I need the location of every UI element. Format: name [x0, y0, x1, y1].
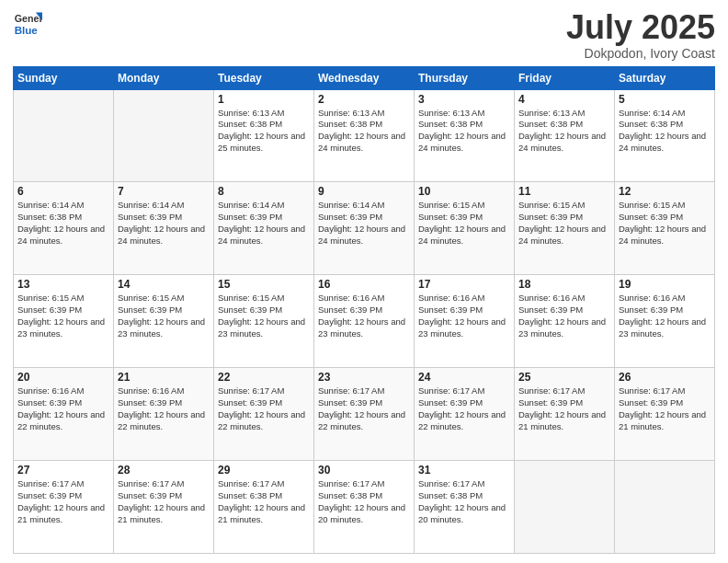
calendar-cell: 7Sunrise: 6:14 AM Sunset: 6:39 PM Daylig…: [114, 182, 214, 275]
day-number: 5: [619, 93, 711, 106]
day-number: 20: [17, 371, 109, 384]
calendar-cell: 22Sunrise: 6:17 AM Sunset: 6:39 PM Dayli…: [214, 368, 314, 461]
calendar-cell: 15Sunrise: 6:15 AM Sunset: 6:39 PM Dayli…: [214, 275, 314, 368]
day-info: Sunrise: 6:15 AM Sunset: 6:39 PM Dayligh…: [118, 293, 210, 339]
weekday-header-monday: Monday: [114, 66, 214, 89]
day-number: 22: [218, 371, 310, 384]
calendar-cell: 1Sunrise: 6:13 AM Sunset: 6:38 PM Daylig…: [214, 89, 314, 182]
title-location: Dokpodon, Ivory Coast: [566, 46, 715, 61]
header: General Blue July 2025 Dokpodon, Ivory C…: [13, 9, 715, 61]
logo-icon: General Blue: [13, 9, 42, 39]
day-number: 3: [418, 93, 510, 106]
calendar-cell: 27Sunrise: 6:17 AM Sunset: 6:39 PM Dayli…: [14, 461, 114, 554]
day-number: 11: [518, 185, 610, 198]
day-info: Sunrise: 6:17 AM Sunset: 6:39 PM Dayligh…: [518, 385, 610, 432]
calendar-cell: 14Sunrise: 6:15 AM Sunset: 6:39 PM Dayli…: [114, 275, 214, 368]
calendar-cell: 16Sunrise: 6:16 AM Sunset: 6:39 PM Dayli…: [314, 275, 415, 368]
calendar-cell: 3Sunrise: 6:13 AM Sunset: 6:38 PM Daylig…: [415, 89, 515, 182]
day-info: Sunrise: 6:16 AM Sunset: 6:39 PM Dayligh…: [418, 293, 510, 339]
day-info: Sunrise: 6:15 AM Sunset: 6:39 PM Dayligh…: [17, 293, 109, 339]
day-info: Sunrise: 6:16 AM Sunset: 6:39 PM Dayligh…: [118, 385, 210, 432]
calendar-header-row: SundayMondayTuesdayWednesdayThursdayFrid…: [14, 66, 715, 89]
calendar-week-row: 27Sunrise: 6:17 AM Sunset: 6:39 PM Dayli…: [14, 461, 715, 554]
calendar-cell: 4Sunrise: 6:13 AM Sunset: 6:38 PM Daylig…: [515, 89, 615, 182]
day-info: Sunrise: 6:17 AM Sunset: 6:39 PM Dayligh…: [17, 478, 109, 525]
title-month: July 2025: [566, 9, 715, 46]
day-number: 17: [418, 278, 510, 291]
title-block: July 2025 Dokpodon, Ivory Coast: [566, 9, 715, 61]
day-info: Sunrise: 6:17 AM Sunset: 6:39 PM Dayligh…: [418, 385, 510, 432]
calendar-cell: 25Sunrise: 6:17 AM Sunset: 6:39 PM Dayli…: [515, 368, 615, 461]
day-info: Sunrise: 6:15 AM Sunset: 6:39 PM Dayligh…: [619, 200, 711, 247]
calendar-cell: 30Sunrise: 6:17 AM Sunset: 6:38 PM Dayli…: [314, 461, 415, 554]
day-info: Sunrise: 6:14 AM Sunset: 6:38 PM Dayligh…: [17, 200, 109, 247]
day-number: 29: [218, 464, 310, 477]
day-number: 24: [418, 371, 510, 384]
day-number: 21: [118, 371, 210, 384]
day-info: Sunrise: 6:15 AM Sunset: 6:39 PM Dayligh…: [518, 200, 610, 247]
day-number: 16: [318, 278, 410, 291]
day-number: 28: [118, 464, 210, 477]
day-number: 19: [619, 278, 711, 291]
day-info: Sunrise: 6:13 AM Sunset: 6:38 PM Dayligh…: [218, 108, 310, 155]
calendar-cell: [515, 461, 615, 554]
day-info: Sunrise: 6:14 AM Sunset: 6:39 PM Dayligh…: [118, 200, 210, 247]
logo: General Blue: [13, 9, 45, 39]
svg-text:Blue: Blue: [15, 25, 39, 36]
day-info: Sunrise: 6:15 AM Sunset: 6:39 PM Dayligh…: [418, 200, 510, 247]
weekday-header-friday: Friday: [515, 66, 615, 89]
day-number: 12: [619, 185, 711, 198]
calendar-cell: 9Sunrise: 6:14 AM Sunset: 6:39 PM Daylig…: [314, 182, 415, 275]
day-info: Sunrise: 6:17 AM Sunset: 6:39 PM Dayligh…: [218, 385, 310, 432]
day-number: 7: [118, 185, 210, 198]
day-number: 18: [518, 278, 610, 291]
day-info: Sunrise: 6:17 AM Sunset: 6:39 PM Dayligh…: [118, 478, 210, 525]
day-number: 10: [418, 185, 510, 198]
calendar-cell: 17Sunrise: 6:16 AM Sunset: 6:39 PM Dayli…: [415, 275, 515, 368]
calendar-cell: 18Sunrise: 6:16 AM Sunset: 6:39 PM Dayli…: [515, 275, 615, 368]
calendar-cell: 29Sunrise: 6:17 AM Sunset: 6:38 PM Dayli…: [214, 461, 314, 554]
calendar-table: SundayMondayTuesdayWednesdayThursdayFrid…: [13, 66, 715, 554]
day-number: 23: [318, 371, 410, 384]
calendar-week-row: 1Sunrise: 6:13 AM Sunset: 6:38 PM Daylig…: [14, 89, 715, 182]
day-info: Sunrise: 6:13 AM Sunset: 6:38 PM Dayligh…: [518, 108, 610, 155]
day-info: Sunrise: 6:17 AM Sunset: 6:39 PM Dayligh…: [619, 385, 711, 432]
day-info: Sunrise: 6:17 AM Sunset: 6:39 PM Dayligh…: [318, 385, 410, 432]
calendar-cell: 20Sunrise: 6:16 AM Sunset: 6:39 PM Dayli…: [14, 368, 114, 461]
day-number: 14: [118, 278, 210, 291]
day-number: 15: [218, 278, 310, 291]
calendar-cell: 23Sunrise: 6:17 AM Sunset: 6:39 PM Dayli…: [314, 368, 415, 461]
calendar-week-row: 6Sunrise: 6:14 AM Sunset: 6:38 PM Daylig…: [14, 182, 715, 275]
calendar-cell: 11Sunrise: 6:15 AM Sunset: 6:39 PM Dayli…: [515, 182, 615, 275]
calendar-cell: 24Sunrise: 6:17 AM Sunset: 6:39 PM Dayli…: [415, 368, 515, 461]
calendar-cell: 10Sunrise: 6:15 AM Sunset: 6:39 PM Dayli…: [415, 182, 515, 275]
calendar-cell: 28Sunrise: 6:17 AM Sunset: 6:39 PM Dayli…: [114, 461, 214, 554]
calendar-cell: 26Sunrise: 6:17 AM Sunset: 6:39 PM Dayli…: [615, 368, 715, 461]
calendar-cell: [14, 89, 114, 182]
calendar-week-row: 20Sunrise: 6:16 AM Sunset: 6:39 PM Dayli…: [14, 368, 715, 461]
day-number: 2: [318, 93, 410, 106]
day-number: 30: [318, 464, 410, 477]
calendar-week-row: 13Sunrise: 6:15 AM Sunset: 6:39 PM Dayli…: [14, 275, 715, 368]
day-info: Sunrise: 6:15 AM Sunset: 6:39 PM Dayligh…: [218, 293, 310, 339]
day-info: Sunrise: 6:16 AM Sunset: 6:39 PM Dayligh…: [17, 385, 109, 432]
weekday-header-sunday: Sunday: [14, 66, 114, 89]
day-info: Sunrise: 6:17 AM Sunset: 6:38 PM Dayligh…: [418, 478, 510, 525]
weekday-header-thursday: Thursday: [415, 66, 515, 89]
calendar-cell: 19Sunrise: 6:16 AM Sunset: 6:39 PM Dayli…: [615, 275, 715, 368]
weekday-header-wednesday: Wednesday: [314, 66, 415, 89]
day-info: Sunrise: 6:14 AM Sunset: 6:39 PM Dayligh…: [218, 200, 310, 247]
calendar-cell: 12Sunrise: 6:15 AM Sunset: 6:39 PM Dayli…: [615, 182, 715, 275]
day-info: Sunrise: 6:13 AM Sunset: 6:38 PM Dayligh…: [318, 108, 410, 155]
day-info: Sunrise: 6:17 AM Sunset: 6:38 PM Dayligh…: [218, 478, 310, 525]
day-number: 4: [518, 93, 610, 106]
day-number: 13: [17, 278, 109, 291]
weekday-header-saturday: Saturday: [615, 66, 715, 89]
day-info: Sunrise: 6:14 AM Sunset: 6:39 PM Dayligh…: [318, 200, 410, 247]
day-number: 27: [17, 464, 109, 477]
calendar-cell: 8Sunrise: 6:14 AM Sunset: 6:39 PM Daylig…: [214, 182, 314, 275]
day-info: Sunrise: 6:16 AM Sunset: 6:39 PM Dayligh…: [318, 293, 410, 339]
day-info: Sunrise: 6:14 AM Sunset: 6:38 PM Dayligh…: [619, 108, 711, 155]
calendar-cell: 13Sunrise: 6:15 AM Sunset: 6:39 PM Dayli…: [14, 275, 114, 368]
day-info: Sunrise: 6:13 AM Sunset: 6:38 PM Dayligh…: [418, 108, 510, 155]
